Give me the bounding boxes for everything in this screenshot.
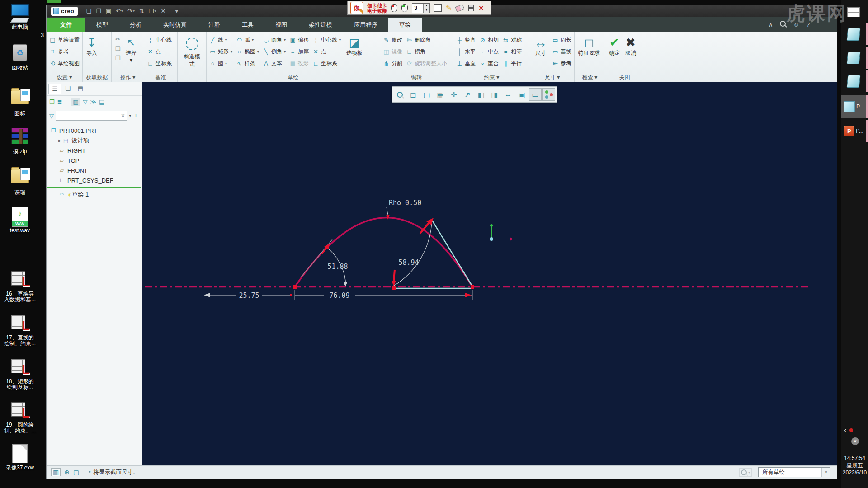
editing-btn[interactable]: ∟拐角 <box>405 46 448 57</box>
desktop-icon-2[interactable]: 图标 <box>0 87 40 117</box>
close-window[interactable]: ✕ <box>159 7 168 15</box>
sketch-display-button[interactable]: ▭ <box>529 88 542 101</box>
tree-filter-input[interactable]: ✕ <box>56 111 127 121</box>
copy-button[interactable]: ❏ <box>113 44 122 52</box>
constrain-btn[interactable]: ⇆对称 <box>501 34 523 46</box>
constrain-btn[interactable]: ⊥垂直 <box>455 57 476 69</box>
setup-btn[interactable]: ⌗参考 <box>48 46 80 57</box>
sketching-btn[interactable]: ¦中心线▾ <box>311 34 342 46</box>
setup-btn[interactable]: ▤草绘设置 <box>48 34 80 46</box>
tab-2[interactable]: 分析 <box>119 18 152 32</box>
constrain-btn[interactable]: ┼水平 <box>455 46 476 57</box>
constrain-btn[interactable]: ⊘相切 <box>478 34 500 46</box>
sketching-btn[interactable]: ◡圆角▾ <box>262 34 287 46</box>
sketching-btn[interactable]: ╱线▾ <box>208 34 233 46</box>
tab-9[interactable]: 草绘 <box>388 18 422 32</box>
sketch-orientation-button[interactable]: ↗ <box>461 88 474 101</box>
more-button[interactable]: ≫ <box>90 99 96 105</box>
tree-item-4[interactable]: ▱FRONT <box>47 165 142 175</box>
tab-1[interactable]: 模型 <box>85 18 119 32</box>
taskbar-item-5[interactable]: PP... <box>841 120 866 142</box>
spinner-arrows[interactable]: ▲▼ <box>423 4 429 13</box>
tree-item-2[interactable]: ▱RIGHT <box>47 145 142 155</box>
model-icon[interactable]: ▢ <box>73 469 79 476</box>
dim-width-left[interactable]: 25.75 <box>239 291 259 300</box>
tree-columns-button[interactable]: ▥ <box>71 98 80 106</box>
tree-item-5[interactable]: ∟PRT_CSYS_DEF <box>47 175 142 185</box>
display-style-shaded-button[interactable]: ◧ <box>475 88 487 101</box>
desktop-icon-5[interactable]: ♪WAVtest.wav <box>0 207 40 234</box>
dimension-big-btn[interactable]: ↔尺寸 <box>532 34 549 57</box>
window[interactable]: ❒▾ <box>147 7 158 15</box>
annotation-display-button[interactable]: ▣ <box>515 88 528 101</box>
left-click-tool-icon[interactable] <box>391 4 397 12</box>
sketching-btn[interactable]: ▭矩形▾ <box>208 46 233 57</box>
desktop-icon-9[interactable]: L19、圆的绘制、约束、... <box>0 401 40 434</box>
collapse-all-button[interactable]: ≡ <box>65 99 69 105</box>
setup-btn[interactable]: ⟲草绘视图 <box>48 57 80 69</box>
palette-big-btn[interactable]: ◪选项板 <box>344 34 364 57</box>
tree-filter-button[interactable]: ▽ <box>83 99 87 105</box>
tangent-line[interactable] <box>432 221 472 286</box>
save-annotation-icon[interactable] <box>468 5 474 11</box>
panel-toggle-icon[interactable]: ▥ <box>51 468 61 476</box>
tree-item-1[interactable]: ▶▤设计项 <box>47 136 142 145</box>
pen-width-value[interactable]: 3 <box>412 4 423 13</box>
close-big-btn[interactable]: ✖取消 <box>623 34 638 57</box>
select-filter-button[interactable] <box>542 88 555 101</box>
editing-btn[interactable]: ⋔分割 <box>382 57 403 69</box>
sketching-btn[interactable]: ∟坐标系 <box>311 57 342 69</box>
refit-button[interactable]: ◻ <box>407 88 420 101</box>
clear-filter-icon[interactable]: ✕ <box>121 113 125 119</box>
find-button[interactable]: ▾ <box>739 468 752 477</box>
cut-button[interactable]: ✂ <box>113 35 122 43</box>
angle-dim-arc-right[interactable] <box>393 221 432 286</box>
constrain-btn[interactable]: =相等 <box>501 46 523 57</box>
undo[interactable]: ↶▾ <box>114 7 125 15</box>
taskbar-item-3[interactable] <box>841 70 866 92</box>
sketching-btn[interactable]: ○椭圆▾ <box>235 46 260 57</box>
sketching-btn[interactable]: ∿样条 <box>235 57 260 69</box>
constrain-btn[interactable]: ∘重合 <box>478 57 500 69</box>
redo[interactable]: ↷▾ <box>126 7 137 15</box>
constrain-btn[interactable]: ┼竖直 <box>455 34 476 46</box>
desktop-icon-10[interactable]: 录像37.exw <box>0 444 40 471</box>
desktop-icon-7[interactable]: L17、直线的绘制、约束... <box>0 314 40 347</box>
desktop-icon-8[interactable]: L18、矩形的绘制及标... <box>0 358 40 390</box>
construction-mode-button[interactable]: 构造模式 <box>179 34 204 68</box>
datum-btn[interactable]: ∟坐标系 <box>146 57 173 69</box>
dimension-btn[interactable]: ⇤参考 <box>551 57 572 69</box>
paste-button[interactable]: ❐ <box>113 54 122 62</box>
desktop-icon-6[interactable]: L16、草绘导入数据和基... <box>0 270 40 303</box>
tree-item-3[interactable]: ▱TOP <box>47 155 142 165</box>
editing-btn[interactable]: ✎修改 <box>382 34 403 46</box>
tree-item-0[interactable]: ❒PRT0001.PRT <box>47 126 142 136</box>
saved-orientations-button[interactable]: ▢ <box>420 88 433 101</box>
desktop-icon-3[interactable]: 摸.zip <box>0 127 40 155</box>
desktop-icon-4[interactable]: 课瑞 <box>0 166 40 196</box>
collapse-arrow[interactable]: ‹ <box>844 426 853 435</box>
right-endpoint[interactable] <box>471 285 474 289</box>
mid-endpoint[interactable] <box>392 286 396 290</box>
display-style-wireframe-button[interactable]: ◨ <box>488 88 501 101</box>
customize-qat[interactable]: ▾ <box>173 7 180 15</box>
constrain-btn[interactable]: ∙中点 <box>478 46 500 57</box>
tab-8[interactable]: 应用程序 <box>343 18 388 32</box>
left-endpoint[interactable] <box>293 285 297 289</box>
dimension-btn[interactable]: ▭周长 <box>551 34 572 46</box>
sketching-btn[interactable]: A文本 <box>262 57 287 69</box>
regenerate[interactable]: ⇅ <box>137 7 146 15</box>
expand-all-button[interactable]: ≣ <box>57 99 62 105</box>
sketch-filter-select[interactable]: 所有草绘 ▼ <box>758 467 830 477</box>
tree-item-7[interactable]: ◠✳草绘 1 <box>47 190 142 200</box>
model-tree-tab[interactable]: ☰ <box>48 84 61 94</box>
dimension-btn[interactable]: ▭基线 <box>551 46 572 57</box>
shape-tool-icon[interactable] <box>434 4 442 12</box>
pen-width-spinner[interactable]: 3 ▲▼ <box>412 3 430 13</box>
pen-close-icon[interactable]: ✕ <box>478 5 484 12</box>
taskbar-item-4[interactable]: P... <box>841 95 867 118</box>
select-big-btn[interactable]: ↖选择▾ <box>124 34 138 63</box>
get-data-big-btn[interactable]: ↧导入 <box>85 34 99 57</box>
sketching-btn[interactable]: ▣偏移 <box>288 34 310 46</box>
right-click-tool-icon[interactable] <box>401 4 408 12</box>
